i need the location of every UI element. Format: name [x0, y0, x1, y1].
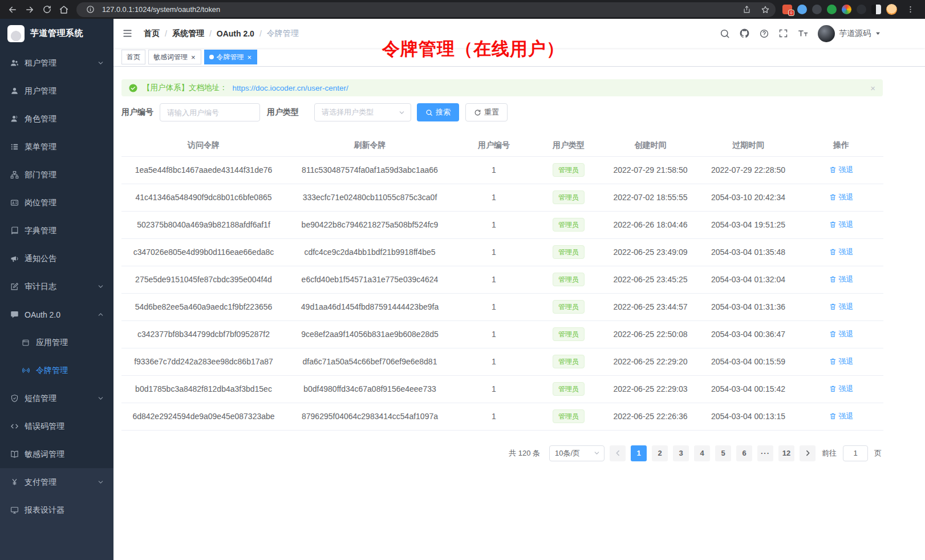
sidebar-item-dict[interactable]: 字典管理	[0, 217, 113, 245]
browser-reload-icon[interactable]	[39, 2, 55, 18]
force-logout-button[interactable]: 强退	[829, 329, 854, 339]
prev-page-button[interactable]	[610, 445, 626, 461]
user-id-input[interactable]	[160, 103, 260, 121]
browser-back-icon[interactable]	[5, 2, 21, 18]
sidebar-item-label: 敏感词管理	[25, 449, 64, 460]
extension-icon-2[interactable]	[797, 5, 807, 14]
tab-label: 首页	[127, 52, 140, 62]
tab-sensitive-word[interactable]: 敏感词管理×	[148, 50, 201, 64]
sidebar-item-notice[interactable]: 通知公告	[0, 245, 113, 273]
search-button[interactable]: 搜索	[417, 103, 459, 121]
breadcrumb-item-2[interactable]: 系统管理	[172, 29, 204, 39]
sidebar-item-post[interactable]: 岗位管理	[0, 189, 113, 217]
user-menu[interactable]: 芋道源码	[818, 25, 881, 42]
browser-forward-icon[interactable]	[22, 2, 38, 18]
search-icon[interactable]	[720, 29, 730, 39]
force-logout-button[interactable]: 强退	[829, 356, 854, 367]
sidebar-item-audit-log[interactable]: 审计日志	[0, 273, 113, 301]
sidebar-item-label: 审计日志	[25, 282, 56, 292]
fullscreen-icon[interactable]	[778, 29, 788, 38]
force-logout-button[interactable]: 强退	[829, 411, 854, 421]
page-more-button[interactable]: ···	[757, 445, 773, 461]
sidebar-item-report-designer[interactable]: 报表设计器	[0, 496, 113, 524]
force-logout-button[interactable]: 强退	[829, 274, 854, 285]
action-cell: 强退	[799, 156, 883, 184]
tab-home[interactable]: 首页	[121, 50, 145, 64]
doc-link[interactable]: https://doc.iocoder.cn/user-center/	[233, 84, 348, 92]
next-page-button[interactable]	[800, 445, 816, 461]
sidebar-item-label: OAuth 2.0	[25, 310, 60, 319]
share-icon[interactable]	[740, 3, 753, 17]
browser-profile-avatar[interactable]	[886, 4, 897, 15]
force-logout-button[interactable]: 强退	[829, 384, 854, 394]
user-type-badge: 管理员	[553, 190, 585, 204]
tab-token[interactable]: 令牌管理×	[204, 50, 258, 64]
extension-icon-5[interactable]	[842, 5, 851, 14]
sidebar-menu-bottom: 支付管理报表设计器	[0, 468, 113, 560]
page-button-1[interactable]: 1	[631, 445, 647, 461]
sidebar-item-role[interactable]: 角色管理	[0, 105, 113, 133]
extension-icon-7[interactable]	[871, 5, 881, 14]
sidebar-item-dept[interactable]: 部门管理	[0, 161, 113, 189]
extension-icon-1[interactable]: 0	[782, 5, 792, 14]
sidebar-item-tenant[interactable]: 租户管理	[0, 49, 113, 77]
chevron-up-icon	[98, 311, 104, 318]
help-icon[interactable]	[759, 29, 769, 39]
close-icon[interactable]: ×	[247, 54, 253, 61]
trash-icon	[829, 385, 837, 392]
user-type-badge: 管理员	[553, 300, 585, 314]
page-button-6[interactable]: 6	[736, 445, 752, 461]
sidebar-item-oauth2[interactable]: OAuth 2.0	[0, 301, 113, 328]
sidebar-item-sensitive-word[interactable]: 敏感词管理	[0, 440, 113, 468]
force-logout-button[interactable]: 强退	[829, 302, 854, 312]
main-area: 首页/系统管理/OAuth 2.0/令牌管理 芋道源码 首页敏感词管理×令牌管理…	[113, 19, 925, 560]
user-type-cell: 管理员	[534, 211, 603, 238]
action-cell: 强退	[799, 266, 883, 293]
browser-home-icon[interactable]	[56, 2, 72, 18]
close-icon[interactable]: ×	[190, 54, 196, 61]
page-size-select[interactable]: 10条/页	[549, 445, 605, 461]
badge-icon	[10, 198, 19, 207]
url-bar[interactable]: 127.0.0.1:1024/system/oauth2/token	[76, 2, 776, 17]
force-logout-button[interactable]: 强退	[829, 165, 854, 175]
user-id-cell: 1	[454, 184, 534, 211]
bookmark-star-icon[interactable]	[758, 3, 772, 17]
github-icon[interactable]	[739, 28, 750, 39]
page-button-4[interactable]: 4	[694, 445, 710, 461]
force-logout-button[interactable]: 强退	[829, 247, 854, 257]
refresh-token-cell: b0df4980ffd34c67a08f9156e4eee733	[286, 375, 454, 403]
reset-button[interactable]: 重置	[465, 103, 508, 121]
sidebar-item-label: 通知公告	[25, 254, 56, 264]
extension-icon-6[interactable]	[857, 5, 866, 14]
sidebar-item-oauth2-application[interactable]: 应用管理	[0, 328, 113, 356]
breadcrumb-item-1[interactable]: 首页	[144, 29, 160, 39]
hamburger-icon[interactable]	[122, 28, 133, 39]
pagination: 共 120 条 10条/页 123456···12 前往 页	[121, 445, 883, 461]
created-time-cell: 2022-06-25 22:29:03	[603, 375, 697, 403]
user-type-select[interactable]: 请选择用户类型	[314, 103, 411, 121]
page-button-3[interactable]: 3	[673, 445, 689, 461]
extension-icon-4[interactable]	[827, 5, 837, 14]
expire-time-cell: 2054-03-10 20:42:34	[697, 184, 799, 211]
screen: 127.0.0.1:1024/system/oauth2/token 0 芋道管…	[0, 0, 925, 560]
extension-icon-3[interactable]	[812, 5, 822, 14]
page-button-5[interactable]: 5	[715, 445, 731, 461]
sidebar-item-menu[interactable]: 菜单管理	[0, 133, 113, 161]
force-logout-button[interactable]: 强退	[829, 192, 854, 202]
sidebar-item-oauth2-token[interactable]: 令牌管理	[0, 356, 113, 384]
alert-close-icon[interactable]: ×	[870, 83, 875, 93]
app-logo[interactable]: 芋道管理系统	[0, 19, 113, 48]
browser-menu-icon[interactable]	[902, 2, 918, 18]
caret-down-icon	[875, 30, 881, 36]
info-icon[interactable]	[83, 3, 97, 17]
page-button-2[interactable]: 2	[652, 445, 668, 461]
goto-page-input[interactable]	[843, 445, 868, 461]
sidebar-item-sms[interactable]: 短信管理	[0, 384, 113, 412]
breadcrumb-item-3[interactable]: OAuth 2.0	[217, 29, 254, 38]
sidebar-item-error-code[interactable]: 错误码管理	[0, 412, 113, 440]
page-button-12[interactable]: 12	[778, 445, 794, 461]
font-size-icon[interactable]	[797, 29, 809, 38]
sidebar-item-user[interactable]: 用户管理	[0, 77, 113, 105]
sidebar-item-pay[interactable]: 支付管理	[0, 468, 113, 496]
force-logout-button[interactable]: 强退	[829, 220, 854, 230]
